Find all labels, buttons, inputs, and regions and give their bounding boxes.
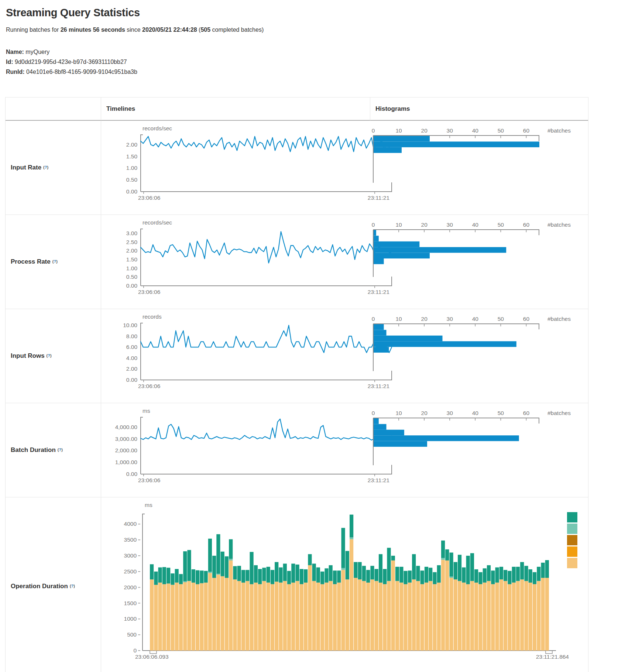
- input-rows-histogram-bar: [374, 330, 387, 335]
- operation-duration-bar-segment: [229, 539, 233, 559]
- batch-duration-charts: ms4,000.003,000.002,000.001,000.000.0023…: [101, 403, 588, 497]
- input-rate-help-icon[interactable]: (?): [43, 165, 48, 169]
- operation-duration-bar-segment: [241, 570, 245, 583]
- operation-duration-bar-segment: [370, 579, 374, 651]
- row-label-operation-duration: Operation Duration (?): [6, 497, 101, 672]
- input-rate-histogram-bar: [374, 141, 539, 147]
- operation-duration-bar-segment: [399, 567, 403, 583]
- operation-duration-bar-segment: [204, 571, 208, 583]
- operation-duration-bar-segment: [537, 581, 540, 651]
- operation-duration-bar-segment: [370, 566, 374, 580]
- operation-duration-bar-segment: [245, 570, 249, 581]
- summary-start-time: 2020/05/21 22:44:28: [142, 27, 197, 33]
- operation-duration-svg: ms4000350030002500200015001000500023:06:…: [101, 497, 588, 672]
- opduration-y-tick: 1000: [124, 616, 137, 622]
- operation-duration-bar-segment: [346, 579, 349, 651]
- streaming-query-statistics-page: Streaming Query Statistics Running batch…: [0, 0, 625, 672]
- operation-duration-bar-segment: [229, 560, 233, 651]
- legend-swatch-0: [567, 512, 577, 522]
- timeline-y-tick: 2.00: [126, 366, 138, 372]
- input-rows-histogram-bar: [374, 347, 389, 353]
- operation-duration-bar-segment: [192, 583, 195, 651]
- operation-duration-bar-segment: [329, 565, 333, 581]
- operation-duration-bar-segment: [524, 581, 528, 651]
- operation-duration-bar-segment: [283, 564, 287, 581]
- operation-duration-bar-segment: [183, 582, 187, 651]
- batch-duration-histogram-bar: [374, 418, 379, 424]
- operation-duration-bar-segment: [171, 573, 174, 585]
- query-id-value: 9d0dd219-995d-423e-b97d-36931110bb27: [15, 59, 127, 65]
- opduration-unit-label: ms: [145, 502, 152, 508]
- operation-duration-bar-segment: [383, 569, 387, 584]
- operation-duration-bar-segment: [478, 572, 482, 584]
- operation-duration-bar-segment: [258, 584, 262, 651]
- operation-duration-bar-segment: [316, 583, 320, 651]
- operation-duration-bar-segment: [237, 566, 241, 581]
- operation-duration-bar-segment: [437, 583, 441, 651]
- operation-duration-bar-segment: [171, 585, 174, 651]
- operation-duration-bar-segment: [358, 562, 362, 579]
- input-rows-charts: records10.008.006.004.002.000.0023:06:06…: [101, 309, 588, 403]
- operation-duration-bar-segment: [495, 583, 499, 651]
- timeline-y-tick: 2.00: [126, 247, 138, 254]
- opduration-y-tick: 2000: [124, 584, 137, 590]
- timeline-y-tick: 0.00: [126, 377, 138, 383]
- operation-duration-bar-segment: [216, 534, 220, 574]
- operation-duration-bar-segment: [541, 578, 545, 651]
- process-rate-charts: records/sec3.002.502.001.501.000.500.002…: [101, 215, 588, 309]
- operation-duration-bar-segment: [212, 578, 216, 651]
- batch-duration-help-icon[interactable]: (?): [58, 448, 63, 452]
- row-label-batch-duration: Batch Duration (?): [6, 403, 101, 497]
- operation-duration-bar-segment: [470, 553, 474, 581]
- operation-duration-bar-segment: [354, 562, 357, 578]
- operation-duration-bar-segment: [391, 560, 395, 651]
- operation-duration-bar-segment: [433, 572, 436, 584]
- operation-duration-bar-segment: [312, 581, 316, 651]
- operation-duration-bar-segment: [474, 583, 478, 651]
- operation-duration-bar-segment: [183, 581, 187, 582]
- operation-duration-bar-segment: [175, 583, 179, 651]
- operation-duration-bar-segment: [487, 581, 491, 651]
- operation-duration-bar-segment: [229, 559, 233, 560]
- operation-duration-bar-segment: [425, 583, 428, 651]
- input-rows-line: [141, 325, 392, 353]
- operation-duration-bar-segment: [387, 581, 391, 651]
- operation-duration-bar-segment: [279, 583, 282, 651]
- operation-duration-bar-segment: [366, 583, 370, 651]
- query-name-line: Name: myQuery: [6, 47, 625, 57]
- histogram-x-tick: 10: [395, 222, 402, 228]
- timeline-unit-label: records: [142, 313, 162, 320]
- operation-duration-bar-segment: [287, 571, 291, 584]
- input-rows-help-icon[interactable]: (?): [47, 353, 52, 358]
- operation-duration-bar-segment: [291, 564, 295, 583]
- operation-duration-bar-segment: [296, 581, 299, 651]
- operation-duration-bar-segment: [346, 551, 349, 579]
- operation-duration-help-icon[interactable]: (?): [70, 584, 75, 588]
- operation-duration-bar-segment: [262, 568, 266, 581]
- histogram-batches-label: #batches: [547, 410, 571, 416]
- operation-duration-bar-segment: [233, 566, 237, 579]
- operation-duration-bar-segment: [425, 567, 428, 583]
- process-rate-help-icon[interactable]: (?): [52, 259, 58, 264]
- operation-duration-bar-segment: [395, 567, 399, 581]
- histogram-x-tick: 50: [498, 316, 504, 322]
- operation-duration-bar-segment: [308, 554, 312, 565]
- operation-duration-bar-segment: [187, 581, 191, 651]
- query-runid-label: RunId:: [6, 69, 25, 75]
- histogram-x-tick: 40: [472, 410, 479, 416]
- operation-duration-bar-segment: [333, 584, 337, 651]
- batch-duration-svg: ms4,000.003,000.002,000.001,000.000.0023…: [101, 403, 588, 496]
- operation-duration-bar-segment: [387, 548, 391, 581]
- operation-duration-bar-segment: [454, 579, 457, 651]
- timeline-y-tick: 1.50: [126, 256, 138, 263]
- timeline-y-tick: 6.00: [126, 344, 138, 350]
- operation-duration-bar-segment: [441, 541, 445, 558]
- timeline-x-end-label: 23:11:21: [368, 195, 389, 201]
- operation-duration-bar-segment: [196, 584, 199, 651]
- timeline-y-tick: 3,000.00: [115, 436, 138, 442]
- operation-duration-bar-segment: [324, 583, 328, 651]
- operation-duration-bar-segment: [221, 576, 224, 651]
- operation-duration-bar-segment: [470, 581, 474, 651]
- row-label-process-rate: Process Rate (?): [6, 215, 101, 309]
- operation-duration-bar-segment: [499, 567, 503, 579]
